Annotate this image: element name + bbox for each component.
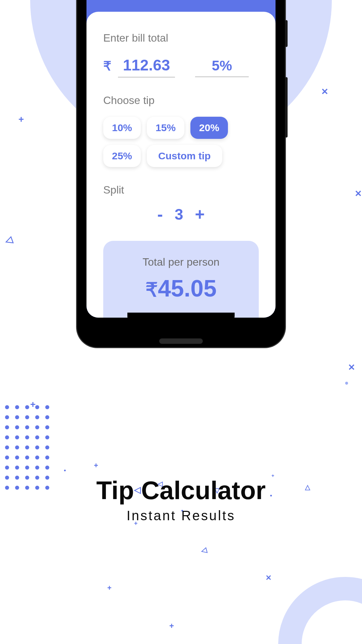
phone-power-button-icon — [285, 20, 288, 47]
confetti-icon: ● — [64, 468, 66, 473]
confetti-icon: + — [18, 114, 24, 125]
total-per-person-label: Total per person — [117, 256, 245, 268]
total-per-person-value: ₹45.05 — [117, 275, 245, 302]
confetti-icon: ✕ — [321, 87, 328, 97]
split-label: Split — [103, 184, 259, 196]
split-section: Split - 3 + — [103, 184, 259, 224]
split-increment-button[interactable]: + — [195, 205, 205, 224]
confetti-icon: + — [94, 461, 98, 470]
confetti-icon: ✕ — [348, 362, 355, 373]
confetti-icon: ✕ — [355, 189, 362, 199]
tip-option-custom[interactable]: Custom tip — [147, 145, 222, 167]
split-stepper: - 3 + — [103, 205, 259, 224]
tip-percent-input[interactable] — [195, 58, 249, 77]
tip-option-20[interactable]: 20% — [190, 117, 228, 139]
confetti-icon: + — [107, 584, 112, 592]
choose-tip-label: Choose tip — [103, 94, 259, 107]
currency-symbol: ₹ — [103, 59, 111, 73]
bill-total-label: Enter bill total — [103, 32, 259, 44]
tip-section: Choose tip 10% 15% 20% 25% Custom tip — [103, 94, 259, 167]
page-title: Tip Calculator — [0, 476, 362, 505]
phone-chin-icon — [127, 313, 235, 331]
tip-option-25[interactable]: 25% — [103, 145, 141, 167]
tip-option-15[interactable]: 15% — [147, 117, 184, 139]
split-count: 3 — [175, 205, 183, 223]
bill-amount-input[interactable] — [118, 56, 175, 77]
phone-volume-button-icon — [285, 77, 288, 138]
bill-input-row: ₹ — [103, 56, 259, 77]
phone-screen: Enter bill total ₹ Choose tip 10% 15% 20… — [86, 0, 276, 318]
confetti-icon: ✕ — [265, 574, 272, 582]
confetti-icon: ● — [345, 379, 349, 387]
main-card: Enter bill total ₹ Choose tip 10% 15% 20… — [86, 12, 276, 318]
confetti-icon: ◁ — [200, 545, 208, 555]
confetti-icon: + — [30, 399, 36, 410]
tip-options: 10% 15% 20% 25% Custom tip — [103, 117, 259, 167]
confetti-icon: ◁ — [3, 234, 14, 247]
tip-option-10[interactable]: 10% — [103, 117, 141, 139]
phone-mockup: Enter bill total ₹ Choose tip 10% 15% 20… — [77, 0, 285, 347]
confetti-icon: + — [169, 621, 174, 631]
result-card: Total per person ₹45.05 bill ₹37.54 tip — [103, 241, 259, 318]
phone-speaker-icon — [159, 338, 203, 344]
page-subtitle: Instant Results — [0, 508, 362, 523]
split-decrement-button[interactable]: - — [157, 205, 163, 224]
bg-decoration-ring — [278, 577, 362, 644]
